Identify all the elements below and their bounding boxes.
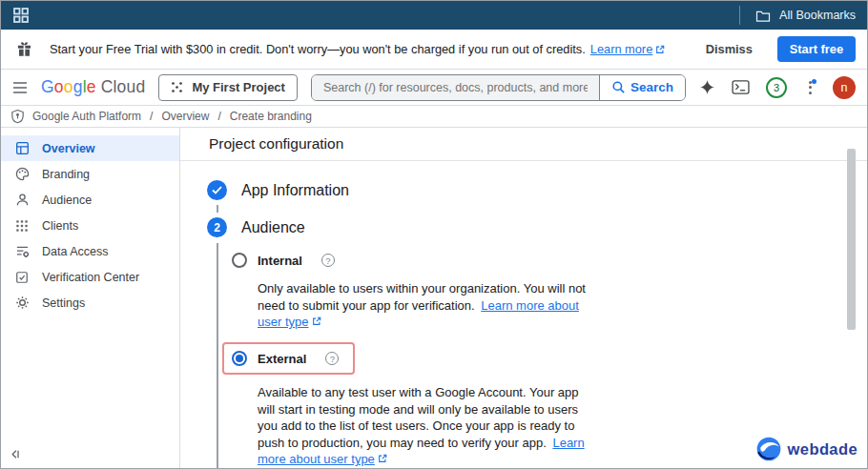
browser-topbar: All Bookmarks — [1, 1, 867, 30]
tab-groups-icon[interactable] — [12, 7, 30, 24]
external-radio[interactable] — [232, 351, 247, 366]
step-number-badge: 2 — [207, 217, 227, 237]
global-search: Search — [311, 74, 686, 101]
step-app-information[interactable]: App Information — [207, 180, 867, 200]
sidebar-item-label: Overview — [42, 142, 95, 155]
external-option-description: Available to any test user with a Google… — [258, 384, 597, 468]
main-content: Project configuration App Information 2 — [180, 128, 867, 468]
learn-more-label: Learn more — [590, 42, 652, 56]
breadcrumb-separator: / — [150, 110, 153, 123]
project-configuration-form: App Information 2 Audience Internal — [180, 161, 867, 468]
all-bookmarks-label: All Bookmarks — [779, 9, 856, 22]
step-label: Audience — [241, 219, 305, 236]
search-button[interactable]: Search — [599, 75, 685, 100]
sidebar-item-branding[interactable]: Branding — [1, 161, 179, 187]
overview-icon — [14, 141, 30, 156]
sidebar-item-audience[interactable]: Audience — [1, 187, 179, 213]
grid-icon — [14, 218, 30, 234]
trial-banner-message: Start your Free Trial with $300 in credi… — [50, 42, 586, 56]
sidebar-item-label: Audience — [42, 194, 92, 207]
sidebar-item-label: Verification Center — [42, 271, 139, 284]
project-selector[interactable]: My First Project — [158, 74, 298, 101]
step-connector — [217, 205, 218, 213]
help-icon[interactable] — [325, 352, 339, 365]
data-access-icon — [14, 244, 30, 259]
header-actions: 3 n — [699, 76, 856, 99]
trial-banner: Start your Free Trial with $300 in credi… — [1, 30, 867, 70]
logo-letter: g — [73, 77, 83, 97]
sidebar-item-verification-center[interactable]: Verification Center — [1, 264, 179, 290]
external-option-highlight: External — [222, 342, 355, 375]
logo-letter: e — [87, 77, 96, 97]
gemini-icon[interactable] — [699, 79, 715, 95]
palette-icon — [14, 167, 30, 182]
project-icon — [171, 81, 183, 93]
breadcrumb: Google Auth Platform / Overview / Create… — [1, 106, 867, 128]
start-free-button[interactable]: Start free — [777, 36, 856, 62]
dismiss-button[interactable]: Dismiss — [706, 42, 753, 56]
logo-letter: o — [54, 77, 64, 97]
sidebar-item-label: Settings — [42, 296, 85, 310]
sidebar-item-label: Clients — [42, 219, 78, 233]
all-bookmarks-button[interactable]: All Bookmarks — [739, 6, 856, 25]
sidebar-item-label: Branding — [42, 168, 90, 181]
page-title: Project configuration — [209, 135, 343, 153]
page-body: Overview Branding — [1, 128, 867, 468]
auth-platform-shield-icon — [11, 109, 24, 124]
help-icon[interactable] — [321, 254, 335, 267]
logo-cloud-label: Cloud — [101, 77, 146, 97]
sidebar: Overview Branding — [1, 128, 180, 468]
logo-letter: G — [41, 77, 54, 97]
vertical-scrollbar[interactable] — [847, 149, 856, 330]
external-option-label[interactable]: External — [258, 352, 306, 366]
more-options-icon[interactable] — [803, 79, 816, 96]
external-link-icon — [312, 316, 321, 326]
step-complete-check-icon — [207, 180, 227, 200]
webdade-logo-icon — [754, 435, 783, 463]
notifications-badge[interactable]: 3 — [766, 77, 787, 98]
sidebar-item-clients[interactable]: Clients — [1, 213, 179, 238]
internal-option-label[interactable]: Internal — [258, 254, 302, 268]
logo-letter: o — [64, 77, 73, 97]
gift-icon — [16, 41, 32, 57]
person-icon — [14, 193, 30, 208]
banner-learn-more-link[interactable]: Learn more — [590, 42, 665, 56]
collapse-sidebar-icon[interactable] — [9, 448, 21, 460]
project-selector-label: My First Project — [192, 80, 285, 94]
breadcrumb-item[interactable]: Google Auth Platform — [32, 110, 141, 123]
account-avatar[interactable]: n — [833, 76, 856, 99]
search-button-label: Search — [630, 80, 673, 94]
external-link-icon — [655, 45, 665, 54]
gear-icon — [14, 296, 30, 311]
watermark-label: webdade — [788, 440, 858, 459]
verified-checkbox-icon — [14, 270, 30, 285]
notification-dot — [812, 79, 816, 84]
folder-icon — [755, 10, 771, 22]
sidebar-item-overview[interactable]: Overview — [1, 135, 179, 161]
breadcrumb-item[interactable]: Overview — [161, 110, 209, 123]
app-window: All Bookmarks Start your Free Trial with… — [0, 0, 868, 469]
watermark: webdade — [754, 435, 858, 463]
search-input[interactable] — [312, 75, 599, 100]
google-cloud-logo: G o o g l e Cloud — [41, 77, 145, 97]
external-link-icon — [378, 454, 387, 463]
external-option-row[interactable]: External — [232, 351, 339, 366]
sidebar-item-settings[interactable]: Settings — [1, 290, 179, 316]
menu-icon[interactable] — [12, 81, 28, 94]
internal-radio[interactable] — [232, 253, 247, 268]
console-header: G o o g l e Cloud My First Project — [1, 70, 867, 106]
sidebar-item-label: Data Access — [42, 245, 108, 258]
breadcrumb-separator: / — [217, 110, 220, 123]
cloud-shell-icon[interactable] — [732, 80, 750, 94]
breadcrumb-item[interactable]: Create branding — [230, 110, 312, 123]
description-text: Available to any test user with a Google… — [258, 385, 579, 450]
step-label: App Information — [241, 182, 349, 199]
internal-option-description: Only available to users within your orga… — [258, 280, 597, 331]
search-icon — [611, 80, 626, 94]
step-audience[interactable]: 2 Audience — [207, 217, 867, 237]
sidebar-item-data-access[interactable]: Data Access — [1, 238, 179, 264]
internal-option-row[interactable]: Internal — [232, 253, 867, 268]
